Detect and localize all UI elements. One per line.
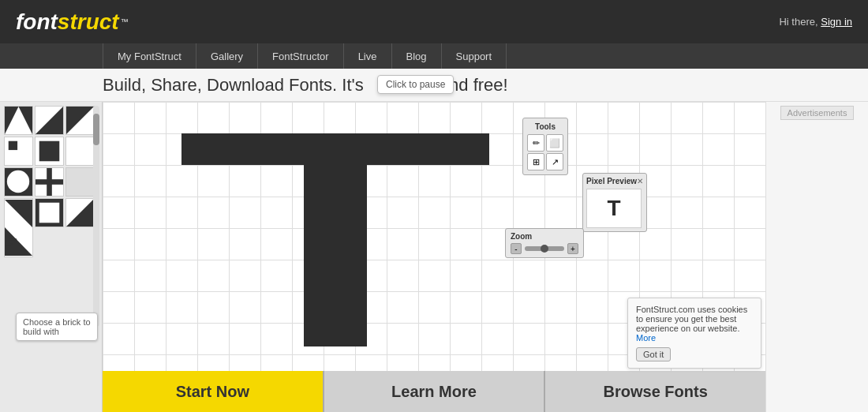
nav-item-live[interactable]: Live — [344, 43, 392, 69]
brick-cell[interactable] — [65, 167, 95, 197]
logo-font-text: font — [16, 9, 58, 35]
svg-rect-10 — [66, 137, 94, 165]
brick-cell[interactable] — [4, 167, 33, 197]
tool-cursor[interactable]: ↗ — [546, 153, 563, 170]
logo-trademark: ™ — [121, 17, 129, 26]
nav-item-myfonstruct[interactable]: My FontStruct — [103, 43, 196, 69]
cursor-icon: ☛ — [4, 232, 18, 251]
tool-grid[interactable]: ⊞ — [527, 153, 544, 170]
logo-struct-text: struct — [58, 9, 119, 35]
nav-item-fontstructor[interactable]: FontStructor — [258, 43, 344, 69]
brick-cell[interactable] — [4, 137, 33, 166]
svg-rect-21 — [39, 203, 60, 223]
got-it-button[interactable]: Got it — [636, 347, 671, 361]
greeting-text: Hi there, — [779, 16, 817, 28]
nav-item-blog[interactable]: Blog — [392, 43, 442, 69]
tools-panel: Tools ✏ ⬜ ⊞ ↗ — [522, 118, 568, 175]
brick-cell[interactable] — [35, 167, 64, 197]
pixel-preview-box: T — [586, 189, 642, 228]
pixel-preview-panel: Pixel Preview ✕ T — [582, 173, 647, 232]
nav-bar: My FontStruct Gallery FontStructor Live … — [0, 43, 868, 69]
main-area: ☛ Choose a brick to build with Tools ✏ ⬜… — [0, 102, 868, 412]
ads-area: Advertisements — [765, 102, 868, 412]
header-right: Hi there, Sign in — [779, 16, 852, 28]
tagline-text: Build, Share, Download Fonts. It's Click… — [103, 75, 508, 96]
cookie-text: FontStruct.com uses cookies to ensure yo… — [636, 305, 747, 333]
tools-grid: ✏ ⬜ ⊞ ↗ — [527, 134, 563, 170]
sign-in-link[interactable]: Sign in — [821, 16, 852, 28]
browse-fonts-button[interactable]: Browse Fonts — [545, 371, 765, 412]
tagline-bar: Build, Share, Download Fonts. It's Click… — [0, 69, 868, 102]
zoom-out-button[interactable]: - — [511, 243, 522, 254]
brick-panel: ☛ Choose a brick to build with — [0, 102, 103, 412]
zoom-title: Zoom — [511, 232, 578, 241]
cookie-notice: FontStruct.com uses cookies to ensure yo… — [627, 298, 761, 369]
svg-rect-9 — [39, 141, 60, 162]
canvas-area[interactable]: Tools ✏ ⬜ ⊞ ↗ Pixel Preview ✕ T Zoom - — [103, 102, 765, 412]
brick-cell[interactable] — [65, 106, 95, 135]
advertisements-label: Advertisements — [780, 106, 855, 120]
brick-cell[interactable] — [65, 198, 95, 227]
cta-bar: Start Now Learn More Browse Fonts — [103, 371, 765, 412]
svg-point-12 — [7, 170, 29, 193]
tool-pencil[interactable]: ✏ — [527, 134, 544, 152]
brick-cell[interactable] — [4, 106, 33, 135]
zoom-slider[interactable] — [525, 246, 564, 251]
learn-more-button[interactable]: Learn More — [324, 371, 546, 412]
t-horizontal-bar — [181, 133, 489, 165]
logo: fontstruct™ — [16, 9, 129, 35]
nav-item-support[interactable]: Support — [442, 43, 507, 69]
svg-rect-7 — [9, 141, 17, 150]
zoom-handle[interactable] — [541, 245, 548, 253]
click-to-pause-tooltip[interactable]: Click to pause — [377, 75, 454, 94]
tools-title: Tools — [527, 122, 563, 131]
brick-cell[interactable] — [35, 106, 64, 135]
brick-cell[interactable] — [35, 198, 64, 227]
tool-eraser[interactable]: ⬜ — [546, 134, 563, 152]
brick-cell[interactable] — [65, 137, 95, 166]
header: fontstruct™ Hi there, Sign in — [0, 0, 868, 43]
pixel-preview-close[interactable]: ✕ — [637, 177, 643, 185]
preview-title-bar: Pixel Preview ✕ — [586, 177, 643, 185]
choose-brick-tooltip: Choose a brick to build with — [16, 313, 98, 341]
zoom-panel: Zoom - + — [505, 228, 584, 258]
pixel-preview-title: Pixel Preview — [586, 177, 637, 185]
start-now-button[interactable]: Start Now — [103, 371, 324, 412]
svg-rect-16 — [66, 168, 94, 196]
nav-item-gallery[interactable]: Gallery — [196, 43, 258, 69]
svg-rect-15 — [47, 168, 52, 196]
t-letter-shape — [181, 133, 489, 346]
zoom-controls: - + — [511, 243, 578, 254]
zoom-in-button[interactable]: + — [567, 243, 578, 254]
brick-cell[interactable] — [35, 137, 64, 166]
cookie-more-link[interactable]: More — [636, 333, 656, 343]
t-vertical-bar — [304, 165, 367, 346]
